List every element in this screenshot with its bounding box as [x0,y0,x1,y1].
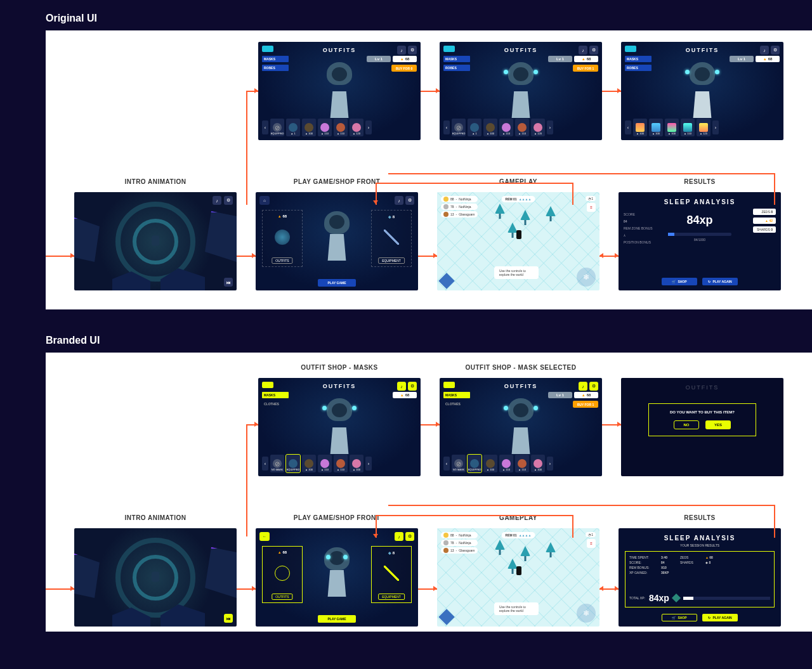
scroll-left-icon[interactable]: ‹ [443,120,450,134]
screen-results: SLEEP ANALYSIS YOUR SESSION RESULTS TIME… [619,528,781,627]
sound-icon[interactable]: ♪ [395,196,403,205]
scroll-left-icon[interactable]: ‹ [443,457,450,471]
robe-item[interactable]: ▲ 100 [649,119,663,136]
stage-label-gameplay: GAMEPLAY [499,514,537,523]
tab-masks[interactable]: MASKS [443,56,470,62]
mask-item[interactable]: ▲ 120 [531,119,545,136]
settings-icon[interactable]: ⚙ [408,382,417,391]
control-pad[interactable]: ❄ [577,604,596,623]
tab-robes[interactable]: ROBES [262,65,289,71]
menu-icon[interactable]: ≡ [587,203,596,212]
leaderboard: 88 - NotNinja 78 - NotNinja 13 - Glassgu… [441,532,478,554]
screen-shopfront: ⌂ ♪ ⚙ ▲ 68 OUTFITS ◆ 8 EQUIPMENT [256,192,418,290]
equipment-panel[interactable]: ◆ 8 EQUIPMENT [371,210,412,267]
stage-label-gameplay: GAMEPLAY [499,178,537,187]
sound-icon[interactable]: ♪ [397,382,406,391]
buy-button[interactable]: BUY FOR 0 [391,65,417,72]
skip-icon[interactable]: ⏭ [224,614,233,623]
mask-item[interactable]: ▲ 110 [499,119,513,136]
play-button[interactable]: PLAY GAME [318,615,356,623]
tab-masks[interactable]: MASKS [262,56,289,62]
outfits-panel[interactable]: ▲ 68 OUTFITS [262,210,303,267]
scroll-left-icon[interactable]: ‹ [262,457,268,471]
section-original: OUTFITS ♪ ⚙ MASKS ROBES Lv 1 ▲68 BUY FOR… [46,30,812,309]
play-again-button[interactable]: ↻ PLAY AGAIN [702,278,738,285]
sound-icon[interactable]: ♪ [395,532,403,541]
settings-icon[interactable]: ⚙ [771,46,780,55]
mask-item[interactable]: ▲ 1 [468,119,481,136]
settings-icon[interactable]: ⚙ [589,382,598,391]
mask-item[interactable]: ▲ 100 [483,455,497,472]
menu-icon[interactable]: ≡ [587,539,596,548]
mask-item[interactable]: EQUIPPED [286,455,300,472]
mask-item[interactable]: ▲ 110 [515,455,529,472]
home-button[interactable]: ⌂ [259,196,270,205]
scroll-left-icon[interactable]: ‹ [262,120,268,134]
shop-button[interactable]: 🛒 SHOP [662,614,697,621]
mask-item[interactable]: ▲ 100 [302,119,316,136]
mask-item[interactable]: EQUIPPED [468,455,481,472]
tab-masks[interactable]: MASKS [625,56,652,62]
scroll-left-icon[interactable]: ‹ [625,120,631,134]
robe-item[interactable]: ▲ 100 [633,119,647,136]
mask-item[interactable]: ▲ 1 [286,119,300,136]
settings-icon[interactable]: ⚙ [405,196,414,205]
outfits-panel[interactable]: ▲ 68 OUTFITS [262,546,303,603]
mask-item[interactable]: ▲ 120 [350,119,363,136]
mask-item[interactable]: ▲ 110 [318,119,332,136]
settings-icon[interactable]: ⚙ [589,46,598,55]
screen-outfits-3: OUTFITS ♪ ⚙ MASKS ROBES Lv 1 ▲68 [621,42,783,140]
settings-icon[interactable]: ⚙ [408,46,417,55]
item-no-mask[interactable]: EQUIPPED [452,119,466,136]
sound-icon[interactable]: ♪ [579,382,587,391]
mask-item[interactable]: ▲ 100 [302,455,316,472]
buy-button[interactable]: BUY FOR 1 [573,401,598,408]
mask-item[interactable]: ▲ 100 [531,455,545,472]
shop-button[interactable]: 🛒 SHOP [662,278,697,285]
mask-item[interactable]: ▲ 110 [334,455,348,472]
control-pad[interactable]: ❄ [577,268,596,287]
sound-icon[interactable]: ♪ [397,46,406,55]
scroll-right-icon[interactable]: › [365,120,372,134]
scroll-right-icon[interactable]: › [712,120,719,134]
mask-item[interactable]: ▲ 100 [483,119,497,136]
scroll-right-icon[interactable]: › [547,457,553,471]
sound-icon[interactable]: ♪ [760,46,769,55]
mask-item[interactable]: ▲ 100 [350,455,363,472]
character-preview [321,547,353,597]
left-stats: SCORE84 REM ZONE BONUS ⅄ POSITION BONUS [624,211,653,246]
tab-robes[interactable]: ROBES [443,65,470,71]
mask-item[interactable]: ▲ 110 [334,119,348,136]
mask-item[interactable]: ▲ 110 [318,455,332,472]
back-button[interactable]: ← [259,532,270,541]
settings-icon[interactable]: ⚙ [224,196,233,205]
yes-button[interactable]: YES [705,420,731,429]
play-button[interactable]: PLAY GAME [318,279,356,287]
sound-icon[interactable]: ♪ [213,196,221,205]
item-no-mask[interactable]: EQUIPPED [270,119,284,136]
skip-icon[interactable]: ⏭ [224,278,233,287]
item-no-mask[interactable]: NO MASK [452,455,466,472]
no-button[interactable]: NO [674,420,699,429]
robe-item[interactable]: ▲ 110 [681,119,695,136]
tab-clothes[interactable]: CLOTHES [262,401,289,407]
character-preview [680,62,724,118]
scroll-right-icon[interactable]: › [547,120,553,134]
buy-button[interactable]: BUY FOR 1 [573,65,598,72]
stage-label-results: RESULTS [684,178,715,187]
equipment-panel[interactable]: ◆ 8 EQUIPMENT [371,546,412,603]
sound-icon[interactable]: ♪ [579,46,587,55]
tab-clothes[interactable]: CLOTHES [443,401,470,407]
item-no-mask[interactable]: NO MASK [270,455,284,472]
play-again-button[interactable]: ↻ PLAY AGAIN [702,614,738,621]
scroll-right-icon[interactable]: › [365,457,372,471]
robe-item[interactable]: ▲ 100 [665,119,679,136]
robe-item[interactable]: ▲ 125 [697,119,710,136]
level-chip: Lv 1 [548,56,572,62]
tab-robes[interactable]: ROBES [625,65,652,71]
tab-masks[interactable]: MASKS [443,392,470,398]
tab-masks[interactable]: MASKS [262,392,289,398]
settings-icon[interactable]: ⚙ [405,532,414,541]
mask-item[interactable]: ▲ 110 [515,119,529,136]
mask-item[interactable]: ▲ 110 [499,455,513,472]
